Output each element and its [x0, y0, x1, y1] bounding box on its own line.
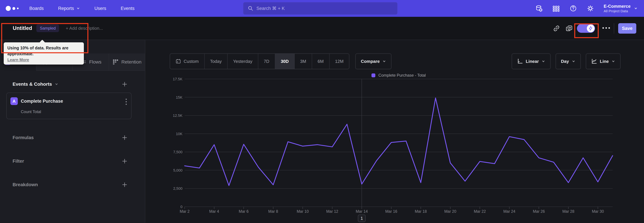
scale-dropdown[interactable]: Linear	[512, 53, 550, 69]
filter-section: Filter	[0, 157, 145, 165]
svg-text:Mar 4: Mar 4	[209, 209, 219, 213]
svg-text:Mar 8: Mar 8	[268, 209, 278, 213]
more-options-icon[interactable]	[602, 27, 610, 29]
chevron-down-icon	[76, 7, 80, 10]
chart-type-dropdown[interactable]: Line	[586, 53, 620, 69]
svg-text:Mar 2: Mar 2	[180, 209, 190, 213]
primary-nav: Boards Reports Users Events	[29, 6, 134, 11]
chevron-down-icon	[572, 59, 576, 63]
add-filter-icon[interactable]	[122, 158, 128, 164]
svg-text:Mar 6: Mar 6	[239, 209, 249, 213]
svg-text:7,500: 7,500	[173, 150, 182, 154]
apps-grid-icon[interactable]	[552, 5, 560, 12]
mixpanel-logo-icon[interactable]	[6, 6, 18, 11]
date-range-12m[interactable]: 12M	[330, 54, 349, 69]
svg-text:10K: 10K	[176, 132, 182, 136]
svg-text:12.5K: 12.5K	[173, 114, 183, 118]
event-card-complete-purchase[interactable]: A Complete Purchase Count Total	[6, 93, 132, 119]
project-scope: All Project Data	[604, 9, 630, 13]
divider	[614, 23, 614, 34]
nav-users[interactable]: Users	[94, 6, 106, 11]
chevron-down-icon	[55, 82, 58, 86]
svg-text:1: 1	[360, 216, 363, 221]
svg-text:Mar 30: Mar 30	[592, 209, 604, 213]
chart-controls: Custom Today Yesterday 7D 30D 3M 6M 12M …	[170, 53, 620, 69]
events-cohorts-label[interactable]: Events & Cohorts	[12, 81, 58, 87]
tab-retention-label: Retention	[122, 59, 142, 65]
date-range-today[interactable]: Today	[204, 54, 228, 69]
top-nav-bar: Boards Reports Users Events Search ⌘ + K	[0, 0, 644, 17]
series-letter-badge: A	[10, 97, 18, 105]
event-metric[interactable]: Count Total	[21, 109, 127, 114]
nav-events[interactable]: Events	[121, 6, 135, 11]
svg-text:17.5K: 17.5K	[173, 77, 183, 81]
filter-label: Filter	[12, 158, 24, 164]
query-builder-sidebar: Insights Funnels	[0, 40, 145, 223]
project-name: E-Commerce	[604, 4, 630, 9]
svg-text:Mar 14: Mar 14	[356, 209, 368, 213]
date-range-yesterday[interactable]: Yesterday	[228, 54, 258, 69]
sampled-badge[interactable]: Sampled	[36, 24, 59, 32]
svg-text:Mar 28: Mar 28	[562, 209, 574, 213]
interval-dropdown[interactable]: Day	[556, 53, 581, 69]
date-range-3m[interactable]: 3M	[295, 54, 312, 69]
linear-axis-icon	[517, 58, 523, 64]
event-options-kebab-icon[interactable]	[126, 99, 127, 105]
add-to-board-icon[interactable]	[566, 25, 573, 32]
formulas-section: Formulas	[0, 134, 145, 142]
sampling-toggle[interactable]	[577, 24, 595, 33]
search-input[interactable]: Search ⌘ + K	[243, 2, 398, 15]
search-placeholder: Search ⌘ + K	[256, 6, 285, 11]
svg-text:Mar 24: Mar 24	[503, 209, 515, 213]
sampling-toggle-knob	[587, 25, 594, 32]
compare-dropdown[interactable]: Compare	[355, 53, 392, 69]
nav-reports-label: Reports	[58, 6, 74, 11]
calendar-icon	[176, 59, 181, 64]
annotation-marker-1[interactable]: 1	[358, 215, 366, 222]
nav-events-label: Events	[121, 6, 135, 11]
date-range-segmented-control: Custom Today Yesterday 7D 30D 3M 6M 12M	[170, 53, 349, 69]
tooltip-text: Using 10% of data. Results are approxima…	[8, 45, 80, 57]
add-breakdown-icon[interactable]	[122, 182, 128, 187]
learn-more-link[interactable]: Learn More	[8, 57, 29, 62]
nav-boards[interactable]: Boards	[29, 6, 44, 11]
date-range-30d[interactable]: 30D	[275, 54, 295, 69]
tab-retention[interactable]: Retention	[109, 53, 145, 71]
report-title[interactable]: Untitled	[13, 25, 32, 31]
chevron-down-icon	[382, 59, 386, 63]
report-title-bar: Untitled Sampled + Add description...	[0, 17, 644, 40]
data-management-icon[interactable]	[535, 5, 543, 12]
sampling-tooltip: Using 10% of data. Results are approxima…	[4, 42, 84, 65]
chevron-down-icon	[612, 59, 615, 63]
breakdown-section: Breakdown	[0, 181, 145, 189]
project-switcher[interactable]: E-Commerce All Project Data	[604, 4, 638, 13]
breakdown-label: Breakdown	[12, 182, 38, 187]
save-button[interactable]: Save	[618, 23, 636, 34]
svg-text:Mar 18: Mar 18	[415, 209, 427, 213]
settings-gear-icon[interactable]	[587, 5, 594, 12]
copy-link-icon[interactable]	[553, 25, 560, 32]
line-chart: 02,5005,0007,50010K12.5K15K17.5KMar 2Mar…	[168, 74, 630, 223]
date-range-custom[interactable]: Custom	[170, 54, 204, 69]
retention-dots-icon	[112, 59, 119, 65]
date-range-7d[interactable]: 7D	[258, 54, 275, 69]
nav-reports[interactable]: Reports	[58, 6, 80, 11]
events-cohorts-header: Events & Cohorts	[0, 80, 145, 88]
chart-panel: Custom Today Yesterday 7D 30D 3M 6M 12M …	[145, 40, 644, 223]
nav-boards-label: Boards	[29, 6, 44, 11]
svg-text:5,000: 5,000	[173, 168, 182, 172]
add-event-icon[interactable]	[122, 81, 128, 87]
add-description-field[interactable]: + Add description...	[66, 26, 103, 31]
lightning-bolt-icon	[588, 26, 593, 31]
add-formula-icon[interactable]	[122, 135, 128, 141]
help-icon[interactable]	[570, 5, 577, 12]
tab-flows-label: Flows	[89, 59, 102, 65]
svg-text:Mar 26: Mar 26	[533, 209, 545, 213]
chevron-down-icon	[542, 59, 545, 63]
formulas-label: Formulas	[12, 135, 34, 140]
content: Insights Funnels	[0, 40, 644, 223]
date-range-6m[interactable]: 6M	[312, 54, 330, 69]
topbar-right: E-Commerce All Project Data	[535, 0, 638, 17]
svg-text:Mar 10: Mar 10	[297, 209, 309, 213]
svg-text:0: 0	[180, 205, 182, 209]
